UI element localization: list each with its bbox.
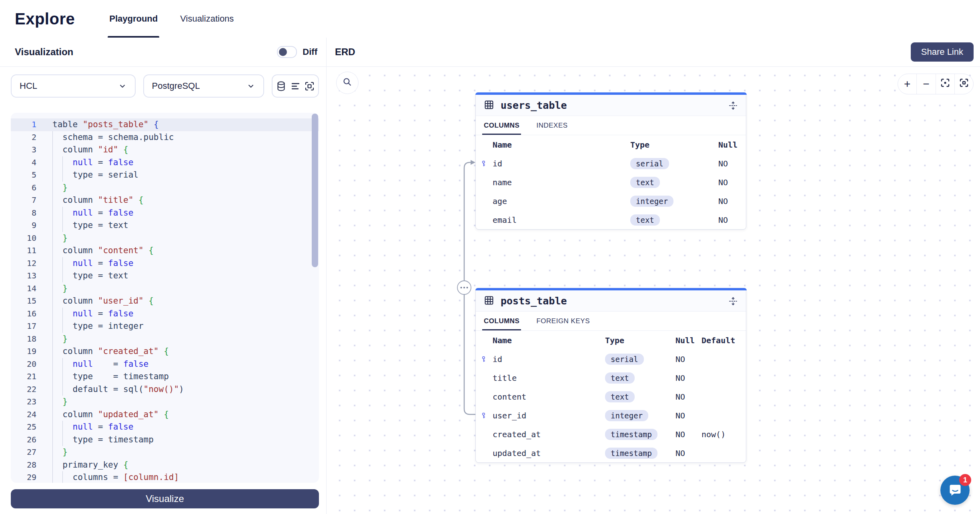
null-value: NO (718, 196, 746, 206)
line-number: 29 (11, 471, 36, 483)
type-badge: serial (605, 354, 644, 365)
table-row-title: titletextNO (476, 368, 746, 387)
line-number: 4 (11, 156, 36, 169)
dialect-select[interactable]: PostgreSQL (143, 74, 265, 98)
column-header-row: NameTypeNullDefault (476, 331, 746, 350)
table-row-created_at: created_attimestampNOnow() (476, 425, 746, 444)
tab-playground[interactable]: Playground (104, 0, 162, 38)
align-left-icon[interactable] (290, 81, 301, 92)
line-number: 5 (11, 169, 36, 182)
indent-guide (52, 471, 53, 483)
language-select[interactable]: HCL (11, 74, 136, 98)
visualization-panel: Visualization Diff HCL PostgreSQL (0, 38, 327, 514)
indent-guide (52, 383, 53, 396)
tab-indexes[interactable]: INDEXES (536, 116, 567, 135)
search-button[interactable] (336, 72, 359, 94)
indent-guide (62, 308, 63, 320)
indent-guide (52, 232, 53, 245)
null-value: NO (718, 178, 746, 187)
line-number: 2 (11, 131, 36, 144)
line-number: 11 (11, 244, 36, 257)
indent-guide (52, 207, 53, 220)
move-vertical-icon[interactable] (728, 296, 738, 306)
fit-view-button[interactable] (955, 74, 973, 94)
code-line: 24 column "updated_at" { (11, 408, 319, 421)
database-icon[interactable] (276, 81, 287, 92)
indent-guide (62, 270, 63, 282)
line-number: 3 (11, 144, 36, 156)
indent-guide (52, 345, 53, 358)
line-number: 25 (11, 421, 36, 434)
entity-card-users-table[interactable]: users_tableCOLUMNSINDEXESNameTypeNullids… (475, 92, 746, 230)
type-badge: timestamp (605, 429, 657, 440)
entity-card-posts-table[interactable]: posts_tableCOLUMNSFOREIGN KEYSNameTypeNu… (475, 288, 746, 463)
line-number: 26 (11, 434, 36, 446)
table-row-updated_at: updated_attimestampNO (476, 444, 746, 462)
tab-columns[interactable]: COLUMNS (484, 312, 519, 330)
column-name: updated_at (493, 448, 605, 458)
visualize-button[interactable]: Visualize (11, 489, 319, 508)
indent-guide (62, 156, 63, 169)
erd-canvas[interactable]: + − users (327, 66, 980, 514)
column-name: id (493, 159, 630, 168)
type-badge: text (630, 214, 660, 226)
line-number: 8 (11, 207, 36, 220)
line-number: 24 (11, 408, 36, 421)
column-name: content (493, 392, 605, 402)
indent-guide (52, 131, 53, 144)
column-name: name (493, 178, 630, 187)
share-link-button[interactable]: Share Link (911, 42, 974, 62)
column-header: Null (675, 336, 701, 345)
diff-toggle-knob (279, 48, 287, 56)
code-line: 5 type = serial (11, 169, 319, 182)
zoom-in-button[interactable]: + (898, 74, 917, 94)
app-root: Explore Playground Visualizations Visual… (0, 0, 980, 514)
entity-header-posts-table[interactable]: posts_table (476, 291, 746, 312)
search-icon (342, 77, 353, 89)
fullscreen-icon (959, 78, 969, 91)
null-value: NO (675, 373, 701, 383)
indent-guide (62, 320, 63, 333)
indent-guide (62, 257, 63, 270)
zoom-out-button[interactable]: − (917, 74, 936, 94)
column-header: Null (718, 140, 746, 150)
diff-toggle[interactable] (277, 46, 297, 58)
center-focus-button[interactable] (936, 74, 955, 94)
indent-guide (62, 169, 63, 182)
move-vertical-icon[interactable] (728, 101, 738, 110)
column-name: age (493, 196, 630, 206)
indent-guide (52, 194, 53, 207)
code-line: 18 } (11, 333, 319, 346)
editor-toolbar (272, 74, 319, 98)
scan-icon[interactable] (304, 81, 315, 92)
code-line: 10 } (11, 232, 319, 245)
top-bar: Explore Playground Visualizations (0, 0, 980, 38)
entity-header-users-table[interactable]: users_table (476, 95, 746, 116)
code-line: 29 columns = [column.id] (11, 471, 319, 483)
line-number: 13 (11, 270, 36, 282)
tab-columns[interactable]: COLUMNS (484, 116, 519, 135)
center-focus-icon (940, 78, 950, 91)
indent-guide (52, 358, 53, 371)
code-line: 4 null = false (11, 156, 319, 169)
code-line: 19 column "created_at" { (11, 345, 319, 358)
code-editor[interactable]: 1table "posts_table" {2 schema = schema.… (11, 113, 319, 483)
chat-launcher-button[interactable]: 1 (940, 476, 970, 505)
column-name: created_at (493, 430, 605, 439)
indent-guide (52, 370, 53, 383)
indent-guide (52, 244, 53, 257)
indent-guide (62, 383, 63, 396)
entity-columns-table: NameTypeNullidserialNOnametextNOageinteg… (476, 135, 746, 229)
entity-name: users_table (501, 100, 567, 111)
indent-guide (62, 370, 63, 383)
tab-visualizations[interactable]: Visualizations (175, 0, 238, 38)
code-line: 16 null = false (11, 308, 319, 320)
line-number: 1 (11, 118, 36, 131)
tab-foreign-keys[interactable]: FOREIGN KEYS (536, 312, 590, 330)
line-number: 12 (11, 257, 36, 270)
page-title: Explore (15, 10, 75, 28)
line-number: 23 (11, 396, 36, 408)
type-badge: text (605, 391, 635, 402)
indent-guide (52, 396, 53, 408)
editor-scrollbar[interactable] (312, 114, 318, 267)
